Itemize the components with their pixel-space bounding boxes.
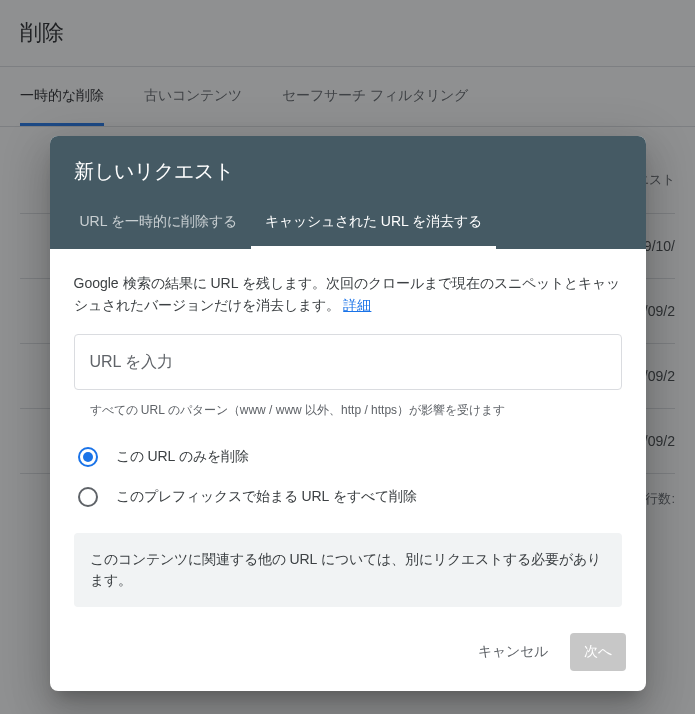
radio-prefix-urls[interactable]: このプレフィックスで始まる URL をすべて削除 — [74, 477, 622, 517]
radio-icon — [78, 487, 98, 507]
modal-tabs: URL を一時的に削除する キャッシュされた URL を消去する — [50, 199, 646, 249]
cancel-button[interactable]: キャンセル — [464, 633, 562, 671]
modal-tab-remove-url[interactable]: URL を一時的に削除する — [66, 199, 251, 249]
modal-tab-clear-cache[interactable]: キャッシュされた URL を消去する — [251, 199, 496, 249]
next-button[interactable]: 次へ — [570, 633, 626, 671]
modal-header: 新しいリクエスト URL を一時的に削除する キャッシュされた URL を消去す… — [50, 136, 646, 249]
new-request-modal: 新しいリクエスト URL を一時的に削除する キャッシュされた URL を消去す… — [50, 136, 646, 691]
url-input-hint: すべての URL のパターン（www / www 以外、http / https… — [74, 396, 622, 419]
modal-footer: キャンセル 次へ — [50, 625, 646, 691]
radio-label: このプレフィックスで始まる URL をすべて削除 — [116, 488, 417, 506]
modal-description: Google 検索の結果に URL を残します。次回のクロールまで現在のスニペッ… — [74, 273, 622, 316]
radio-icon — [78, 447, 98, 467]
radio-label: この URL のみを削除 — [116, 448, 249, 466]
url-input[interactable] — [74, 334, 622, 390]
modal-title: 新しいリクエスト — [50, 136, 646, 199]
note-box: このコンテンツに関連する他の URL については、別にリクエストする必要がありま… — [74, 533, 622, 607]
url-input-wrap: URL を入力 — [74, 334, 622, 390]
radio-this-url-only[interactable]: この URL のみを削除 — [74, 437, 622, 477]
modal-backdrop: 新しいリクエスト URL を一時的に削除する キャッシュされた URL を消去す… — [0, 0, 695, 714]
modal-body: Google 検索の結果に URL を残します。次回のクロールまで現在のスニペッ… — [50, 249, 646, 625]
detail-link[interactable]: 詳細 — [343, 297, 371, 313]
